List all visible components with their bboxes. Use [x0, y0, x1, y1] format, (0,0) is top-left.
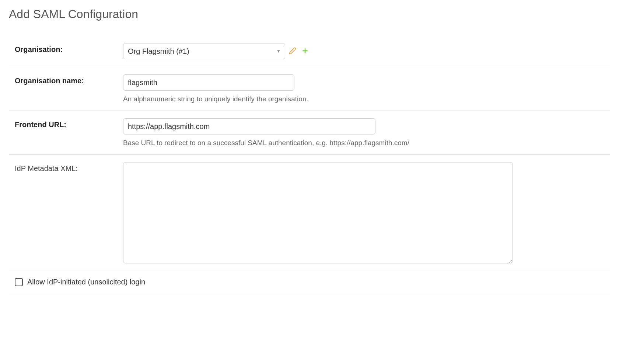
- help-organisation-name: An alphanumeric string to uniquely ident…: [123, 95, 610, 103]
- add-organisation-button[interactable]: [300, 46, 310, 56]
- row-allow-idp-initiated: Allow IdP-initiated (unsolicited) login: [9, 271, 610, 293]
- plus-icon: [301, 47, 309, 56]
- label-frontend-url: Frontend URL:: [15, 120, 66, 129]
- help-frontend-url: Base URL to redirect to on a successful …: [123, 139, 610, 147]
- row-idp-metadata: IdP Metadata XML:: [9, 155, 610, 271]
- idp-metadata-textarea[interactable]: [123, 162, 513, 263]
- organisation-name-input[interactable]: [123, 74, 294, 91]
- label-organisation-name: Organisation name:: [15, 77, 84, 85]
- label-organisation: Organisation:: [15, 45, 63, 53]
- organisation-select[interactable]: Org Flagsmith (#1): [123, 43, 285, 59]
- edit-organisation-button[interactable]: [287, 46, 298, 56]
- pencil-icon: [289, 47, 296, 56]
- row-organisation-name: Organisation name: An alphanumeric strin…: [9, 67, 610, 111]
- frontend-url-input[interactable]: [123, 118, 375, 134]
- label-idp-metadata: IdP Metadata XML:: [15, 164, 78, 172]
- row-organisation: Organisation: Org Flagsmith (#1) ▼: [9, 36, 610, 67]
- row-frontend-url: Frontend URL: Base URL to redirect to on…: [9, 111, 610, 155]
- label-allow-idp-initiated[interactable]: Allow IdP-initiated (unsolicited) login: [27, 278, 145, 286]
- allow-idp-initiated-checkbox[interactable]: [15, 278, 23, 286]
- page-title: Add SAML Configuration: [9, 7, 610, 21]
